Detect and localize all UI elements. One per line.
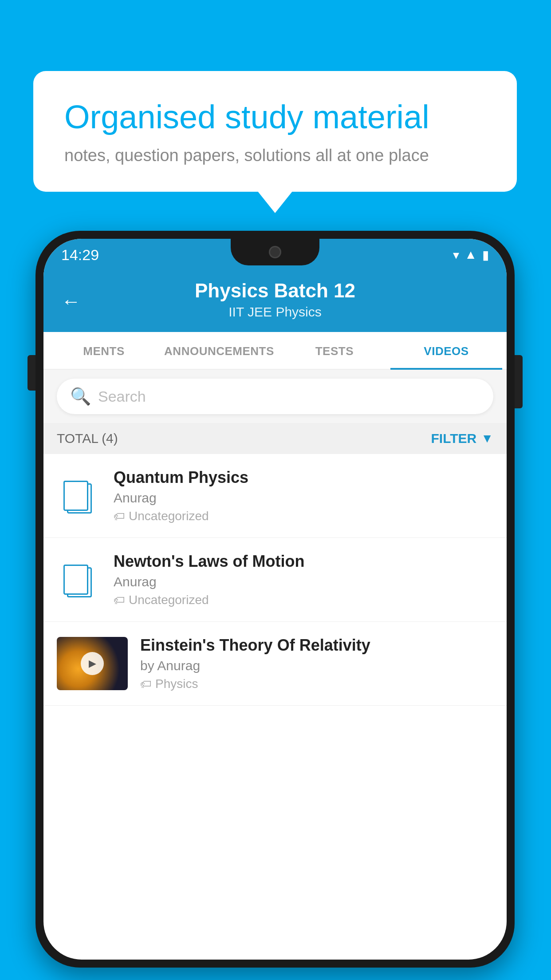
video-title: Newton's Laws of Motion (114, 552, 493, 571)
play-button-icon: ▶ (81, 652, 104, 675)
search-icon: 🔍 (70, 387, 91, 406)
speech-bubble: Organised study material notes, question… (33, 71, 517, 192)
app-header: ← Physics Batch 12 IIT JEE Physics (43, 271, 507, 332)
bubble-title: Organised study material (64, 98, 486, 137)
tab-ments[interactable]: MENTS (48, 332, 160, 370)
list-item[interactable]: Newton's Laws of Motion Anurag 🏷 Uncateg… (43, 538, 507, 622)
list-item[interactable]: ▶ Einstein's Theory Of Relativity by Anu… (43, 622, 507, 706)
file-pages-icon (63, 478, 94, 514)
wifi-icon: ▾ (453, 248, 459, 262)
filter-bar: TOTAL (4) FILTER ▼ (43, 423, 507, 454)
speech-bubble-wrapper: Organised study material notes, question… (33, 71, 517, 192)
tag-label: Uncategorized (129, 509, 209, 523)
tab-bar: MENTS ANNOUNCEMENTS TESTS VIDEOS (43, 332, 507, 370)
front-camera (269, 246, 281, 258)
signal-icon: ▲ (464, 248, 477, 262)
video-tag: 🏷 Uncategorized (114, 509, 493, 523)
video-list: Quantum Physics Anurag 🏷 Uncategorized (43, 454, 507, 706)
bubble-subtitle: notes, question papers, solutions all at… (64, 146, 486, 165)
header-subtitle: IIT JEE Physics (61, 304, 489, 320)
status-icons: ▾ ▲ ▮ (453, 248, 489, 262)
tag-icon: 🏷 (114, 510, 125, 523)
video-title: Einstein's Theory Of Relativity (140, 636, 493, 655)
search-bar[interactable]: 🔍 Search (57, 379, 493, 414)
video-info: Newton's Laws of Motion Anurag 🏷 Uncateg… (114, 552, 493, 607)
video-info: Quantum Physics Anurag 🏷 Uncategorized (114, 468, 493, 523)
tag-label: Physics (155, 677, 198, 691)
video-info: Einstein's Theory Of Relativity by Anura… (140, 636, 493, 691)
filter-label: FILTER (431, 431, 477, 446)
header-title: Physics Batch 12 (61, 280, 489, 302)
filter-button[interactable]: FILTER ▼ (431, 431, 493, 446)
phone-notch (231, 239, 319, 265)
video-author: Anurag (114, 574, 493, 589)
video-author: by Anurag (140, 658, 493, 673)
tab-videos[interactable]: VIDEOS (390, 332, 502, 370)
battery-icon: ▮ (482, 248, 489, 262)
back-button[interactable]: ← (61, 290, 81, 312)
video-author: Anurag (114, 490, 493, 506)
file-icon-container (57, 478, 101, 514)
tag-icon: 🏷 (140, 677, 152, 691)
tab-announcements[interactable]: ANNOUNCEMENTS (160, 332, 279, 370)
phone-screen: 14:29 ▾ ▲ ▮ ← Physics Batch 12 IIT JEE P… (43, 239, 507, 960)
tag-label: Uncategorized (129, 593, 209, 607)
filter-icon: ▼ (481, 431, 493, 446)
phone-outer: 14:29 ▾ ▲ ▮ ← Physics Batch 12 IIT JEE P… (35, 231, 515, 968)
video-thumbnail: ▶ (57, 637, 128, 690)
phone-wrapper: 14:29 ▾ ▲ ▮ ← Physics Batch 12 IIT JEE P… (35, 231, 515, 968)
tab-tests[interactable]: TESTS (279, 332, 390, 370)
tag-icon: 🏷 (114, 593, 125, 607)
video-tag: 🏷 Physics (140, 677, 493, 691)
status-time: 14:29 (61, 246, 99, 264)
search-placeholder: Search (98, 388, 146, 405)
file-pages-icon (63, 562, 94, 597)
file-icon-container (57, 562, 101, 597)
video-title: Quantum Physics (114, 468, 493, 487)
total-count: TOTAL (4) (57, 431, 118, 446)
video-tag: 🏷 Uncategorized (114, 593, 493, 607)
search-container: 🔍 Search (43, 370, 507, 423)
list-item[interactable]: Quantum Physics Anurag 🏷 Uncategorized (43, 454, 507, 538)
